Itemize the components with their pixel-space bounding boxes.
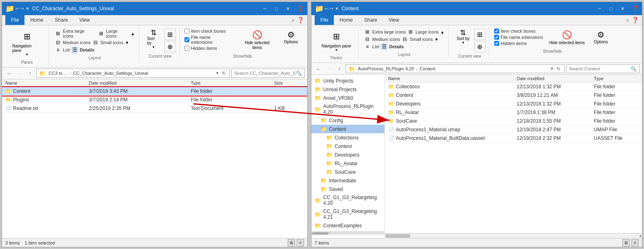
sort-btn-1[interactable]: ⇅ Sort by ▼ — [144, 28, 163, 50]
hide-selected-btn-1[interactable]: 🚫 Hide selected items — [237, 28, 278, 52]
search-input-2[interactable] — [569, 66, 631, 71]
col-date-1[interactable]: Date modified — [86, 79, 188, 87]
table-row[interactable]: 📁RL_Avatar 1/7/2019 1:38 PM File folder — [385, 108, 642, 117]
sidebar-item[interactable]: 📁ContentExamples — [311, 221, 384, 230]
group-view-btn-2[interactable]: ⊞ — [474, 29, 486, 40]
sidebar-item[interactable]: 📁Content — [311, 142, 384, 150]
hidden-items-cb-2[interactable] — [494, 41, 499, 46]
sidebar-item[interactable]: 📁Intermediate — [311, 176, 384, 185]
forward-btn-2[interactable]: → — [324, 64, 333, 73]
address-dropdown-1[interactable]: ▼ — [215, 71, 219, 75]
tab-file-1[interactable]: File — [5, 15, 24, 25]
table-row[interactable]: 📄Readme.txt 2/25/2019 2:35 PM Text Docum… — [2, 104, 307, 113]
sidebar-item[interactable]: 📁Collections — [311, 133, 384, 142]
view-details-btn-1[interactable]: ≡ — [297, 239, 304, 247]
add-col-btn-1[interactable]: ⊕ — [164, 41, 176, 52]
up-btn-1[interactable]: ↑ — [26, 69, 35, 78]
hidden-items-cb-1[interactable] — [184, 46, 189, 51]
sidebar-item[interactable]: 📁RL_Avatar — [311, 159, 384, 168]
options-btn-2[interactable]: ⚙ Options — [591, 28, 611, 46]
sidebar-item[interactable]: 📁Unity Projects — [311, 76, 384, 85]
address-bar-2[interactable]: 📁 AutoProcess_RLPlugin 4.20 › Content ▼ … — [346, 64, 564, 73]
table-row[interactable]: 📁Content 3/7/2019 3:43 PM File folder — [2, 87, 307, 96]
view-icons-btn-1[interactable]: ⊞ — [288, 239, 295, 247]
view-details-btn-2[interactable]: ≡ — [631, 239, 639, 247]
nav-pane-btn-1[interactable]: ⊞ Navigation pane ▼ — [9, 28, 45, 58]
help-icon-1[interactable]: ❓ — [297, 17, 304, 23]
breadcrumb-part-2[interactable]: CC_Character_Auto_Settings_Unreal — [72, 70, 149, 76]
address-bar-1[interactable]: 📁 CC3 to ... › CC_Character_Auto_Setting… — [36, 69, 230, 78]
search-bar-1[interactable]: 🔍 — [231, 69, 305, 78]
sidebar-item[interactable]: 📁CC_G1_G3_Retargeting 4.20 — [311, 193, 384, 207]
sidebar-scroll-thumb-2[interactable] — [312, 232, 329, 235]
col-date-2[interactable]: Date modified — [513, 75, 591, 83]
item-checkboxes-cb-2[interactable] — [494, 29, 499, 34]
breadcrumb-part-4[interactable]: Content — [418, 66, 437, 72]
table-row[interactable]: 📁Plugins 3/7/2019 2:14 PM File folder — [2, 96, 307, 104]
ribbon-expand-1[interactable]: ∧ — [291, 18, 295, 23]
col-type-1[interactable]: Type — [187, 79, 271, 87]
sidebar-scrollbar-2[interactable] — [311, 231, 384, 235]
undo-btn-2[interactable]: ↩ — [325, 6, 329, 11]
table-row[interactable]: 📄AutoProcess1_Material.umap 12/19/2018 2… — [385, 126, 642, 134]
table-row[interactable]: 📁Content 3/8/2019 11:21 AM File folder — [385, 91, 642, 100]
layout-scroll-1[interactable]: ▲ — [131, 31, 135, 36]
breadcrumb-part-1[interactable]: CC3 to ... — [47, 70, 69, 76]
sidebar-item[interactable]: 📁CC_G1_G3_Retargeting 4.21 — [311, 207, 384, 221]
file-name-ext-cb-1[interactable] — [184, 37, 189, 42]
main-scrollbar-2[interactable]: › — [385, 233, 642, 238]
ribbon-expand-2[interactable]: ∧ — [626, 18, 629, 23]
add-col-btn-2[interactable]: ⊕ — [474, 41, 486, 52]
up-btn-2[interactable]: ↑ — [335, 64, 344, 73]
forward-btn-1[interactable]: → — [15, 69, 24, 78]
scroll-thumb-2[interactable] — [386, 234, 410, 238]
sidebar-item[interactable]: 📁Developers — [311, 150, 384, 159]
layout-scroll-down-1[interactable]: ▼ — [125, 40, 129, 45]
view-icons-btn-2[interactable]: ⊞ — [622, 239, 630, 247]
tab-view-2[interactable]: View — [383, 15, 405, 25]
help-btn-2[interactable]: ❓ — [632, 5, 639, 12]
item-checkboxes-cb-1[interactable] — [184, 29, 189, 34]
close-btn-1[interactable]: ✕ — [282, 4, 293, 13]
sort-btn-2[interactable]: ⇅ Sort by ▼ — [454, 28, 473, 46]
help-icon-2[interactable]: ❓ — [632, 17, 639, 23]
sidebar-item[interactable]: 📁SoulCave — [311, 168, 384, 176]
hide-selected-btn-2[interactable]: 🚫 Hide selected items — [546, 28, 588, 47]
minimize-btn-2[interactable]: ─ — [594, 4, 605, 13]
col-name-1[interactable]: Name — [2, 79, 86, 87]
refresh-btn-2[interactable]: ↻ — [555, 66, 562, 72]
redo-btn-2[interactable]: ↪ — [330, 6, 333, 11]
table-row[interactable]: 📄AutoProcess1_Material_BuiltData.uasset … — [385, 134, 642, 143]
tab-view-1[interactable]: View — [73, 15, 95, 25]
undo-btn-1[interactable]: ↩ — [16, 6, 19, 11]
refresh-btn-1[interactable]: ↻ — [221, 71, 227, 76]
file-name-ext-cb-2[interactable] — [494, 35, 499, 40]
minimize-btn-1[interactable]: ─ — [260, 4, 270, 13]
redo-btn-1[interactable]: ↪ — [20, 6, 24, 11]
sidebar-item[interactable]: 📁Config — [311, 116, 384, 125]
help-btn-1[interactable]: ❓ — [297, 5, 304, 12]
nav-pane-btn-2[interactable]: ⊞ Navigation pane ▼ — [318, 28, 355, 54]
maximize-btn-1[interactable]: □ — [271, 4, 282, 13]
col-type-2[interactable]: Type — [591, 75, 642, 83]
sidebar-item[interactable]: 📁Unreal Projects — [311, 85, 384, 94]
search-bar-2[interactable]: 🔍 — [566, 64, 640, 73]
sidebar-item[interactable]: 📁Ansel_VR360 — [311, 94, 384, 102]
tab-home-1[interactable]: Home — [24, 15, 49, 25]
col-name-2[interactable]: Name — [385, 75, 513, 83]
breadcrumb-part-3[interactable]: AutoProcess_RLPlugin 4.20 — [357, 66, 415, 72]
table-row[interactable]: 📁Collections 12/13/2018 1:32 PM File fol… — [385, 83, 642, 91]
maximize-btn-2[interactable]: □ — [606, 4, 616, 13]
tab-share-1[interactable]: Share — [49, 15, 73, 25]
tab-home-2[interactable]: Home — [334, 15, 358, 25]
back-btn-2[interactable]: ← — [314, 64, 323, 73]
options-btn-1[interactable]: ⚙ Options — [281, 28, 301, 46]
scroll-right-2[interactable]: › — [640, 233, 641, 238]
sidebar-item[interactable]: 📁Content — [311, 125, 384, 133]
close-btn-2[interactable]: ✕ — [617, 4, 628, 13]
back-btn-1[interactable]: ← — [4, 69, 13, 78]
table-row[interactable]: 📁SoulCave 12/18/2018 1:55 PM File folder — [385, 117, 642, 126]
table-row[interactable]: 📁Developers 12/13/2018 1:32 PM File fold… — [385, 100, 642, 108]
tab-file-2[interactable]: File — [315, 15, 334, 25]
group-view-btn-1[interactable]: ⊞ — [164, 29, 176, 40]
